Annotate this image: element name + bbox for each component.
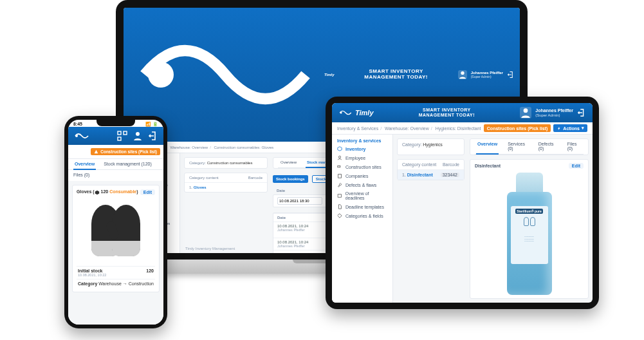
kv-value: 120 <box>146 269 154 277</box>
barcode-col: Barcode <box>443 162 459 167</box>
content-item[interactable]: 1. Disinfectant 323442 <box>398 169 464 180</box>
avatar-icon[interactable] <box>520 107 531 118</box>
edit-button[interactable]: Edit <box>140 189 155 195</box>
box-icon <box>95 190 100 195</box>
tagline-line2: MANAGEMENT TODAY! <box>364 75 428 80</box>
truck-icon <box>337 164 342 169</box>
avatar-icon[interactable] <box>458 70 467 79</box>
edit-button[interactable]: Edit <box>569 163 584 169</box>
product-card: Gloves ( 120 Consumable) Edit Initial st… <box>72 185 160 292</box>
tabs: Overview Stock managment (120) <box>68 159 163 170</box>
phone-device: 8:45 📶 🔋 Construction sites (Pick list) … <box>64 116 167 328</box>
svg-point-0 <box>148 62 174 88</box>
brand-name: Timly <box>324 73 335 77</box>
content-header: Category content Barcode <box>185 173 267 182</box>
kv-label: Initial stock <box>78 269 106 273</box>
crumb-1[interactable]: Warehouse: Overview <box>170 146 208 149</box>
sidebar-item-label: Defects & flaws <box>345 183 376 187</box>
tab-overview[interactable]: Overview <box>476 139 499 154</box>
barcode-value: 323442 <box>441 173 459 177</box>
category-label: Category: <box>402 142 421 147</box>
user-name: Johannes Pfeiffer <box>535 108 573 113</box>
sidebar-item-label: Overview of deadlines <box>345 191 387 200</box>
tab-files[interactable]: Files (0) <box>68 170 163 181</box>
stock-count: 120 <box>101 189 109 194</box>
tab-overview[interactable]: Overview <box>73 159 96 169</box>
content-item-label: Disinfectant <box>407 173 433 177</box>
warning-icon <box>94 149 98 154</box>
sidebar-item-defects[interactable]: Defects & flaws <box>332 180 392 189</box>
tabs: Overview Services (0) Defects (0) Files … <box>475 139 584 155</box>
tag-icon <box>337 213 342 218</box>
actions-label: Actions <box>563 126 580 131</box>
card-header: Gloves ( 120 Consumable) Edit <box>77 189 155 195</box>
sidebar-item-label: Employee <box>345 156 365 160</box>
tagline-line2: MANAGEMENT TODAY! <box>419 113 475 118</box>
actions-button[interactable]: Actions ▾ <box>553 124 587 132</box>
crumb-2: Construction consumables: Gloves <box>214 146 274 149</box>
crumb-1[interactable]: Warehouse: Overview <box>385 126 429 131</box>
category-content-list: Category content Barcode 1. Disinfectant… <box>397 159 465 180</box>
content-item[interactable]: 1. Gloves <box>185 182 267 192</box>
logo-icon <box>338 108 353 117</box>
sidebar-item-categories[interactable]: Categories & fields <box>332 211 392 220</box>
sidebar-item-deadlines[interactable]: Overview of deadlines <box>332 189 392 202</box>
construction-btn-label: Construction sites (Pick list) <box>100 149 157 154</box>
kv-label: Category <box>78 281 97 286</box>
bolt-icon <box>557 126 561 131</box>
content-header: Category content Barcode <box>398 160 464 169</box>
kv-category: Category Warehouse → Construction <box>77 279 155 288</box>
title-suffix: ) <box>136 189 138 194</box>
sidebar: Inventory & services Inventory Employee … <box>332 135 393 303</box>
hdr-date: Date <box>277 189 322 193</box>
tabs-wrap: Overview Stock managment (120) Files (0) <box>68 158 163 181</box>
content-row: Category content Barcode 1. Disinfectant… <box>393 159 593 303</box>
logo-icon <box>73 131 90 141</box>
svg-rect-10 <box>338 165 340 167</box>
category-panel: Category: Hygienics <box>397 138 465 155</box>
svg-rect-12 <box>338 194 341 198</box>
logout-icon[interactable] <box>507 71 515 79</box>
card-area: Gloves ( 120 Consumable) Edit Initial st… <box>68 181 163 325</box>
tagline: SMART INVENTORY MANAGEMENT TODAY! <box>419 108 475 117</box>
tablet-device: Timly SMART INVENTORY MANAGEMENT TODAY! … <box>326 97 599 309</box>
sidebar-item-inventory[interactable]: Inventory <box>332 144 392 153</box>
construction-sites-button[interactable]: Construction sites (Pick list) <box>91 148 160 155</box>
logout-icon[interactable] <box>148 131 158 141</box>
kv-initial-stock: Initial stock 10.08.2021, 10:22 120 <box>77 266 155 279</box>
crumb-2: Hygienics: Disinfectant <box>436 126 481 131</box>
bottle-illustration: Sterillium® pure ───────────────────── <box>502 173 557 295</box>
construction-sites-button[interactable]: Construction sites (Pick list) <box>484 124 551 132</box>
qr-icon[interactable] <box>117 131 127 141</box>
tab-services[interactable]: Services (0) <box>506 139 529 154</box>
kv-value: Warehouse → Construction <box>98 281 154 286</box>
category-panel: Category: Construction consumables <box>184 157 268 169</box>
title-prefix: Gloves ( <box>77 189 95 194</box>
sidebar-item-label: Construction sites <box>345 165 382 169</box>
svg-rect-15 <box>124 131 127 135</box>
product-image <box>77 195 155 266</box>
tab-stock[interactable]: Stock managment (120) <box>102 159 153 169</box>
mv-by: Johannes Pfeiffer <box>277 228 322 232</box>
user-info: Johannes Pfeiffer (Super Admin) <box>471 71 503 79</box>
tablet-screen: Timly SMART INVENTORY MANAGEMENT TODAY! … <box>332 103 593 303</box>
status-icons: 📶 🔋 <box>145 122 158 127</box>
logout-icon[interactable] <box>577 108 586 117</box>
sidebar-item-construction[interactable]: Construction sites <box>332 162 392 171</box>
tab-defects[interactable]: Defects (0) <box>537 139 558 154</box>
tab-files[interactable]: Files (0) <box>566 139 582 154</box>
sidebar-heading: Inventory & services <box>332 137 392 144</box>
booking-date-input[interactable] <box>277 197 322 205</box>
user-role: (Super Admin) <box>535 113 573 118</box>
tab-overview[interactable]: Overview <box>279 158 298 167</box>
sidebar-item-templates[interactable]: Deadline templates <box>332 202 392 211</box>
user-role: (Super Admin) <box>471 75 503 79</box>
avatar-icon[interactable] <box>133 131 143 141</box>
sidebar-item-employee[interactable]: Employee <box>332 153 392 162</box>
sidebar-item-companies[interactable]: Companies <box>332 171 392 180</box>
main: Category: Hygienics Overview Services (0… <box>393 135 593 303</box>
category-label: Category: <box>189 161 206 165</box>
chip-bookings[interactable]: Stock bookings <box>273 175 308 183</box>
crumb-0[interactable]: Inventory & Services <box>337 126 378 131</box>
brand: Timly <box>338 108 374 117</box>
